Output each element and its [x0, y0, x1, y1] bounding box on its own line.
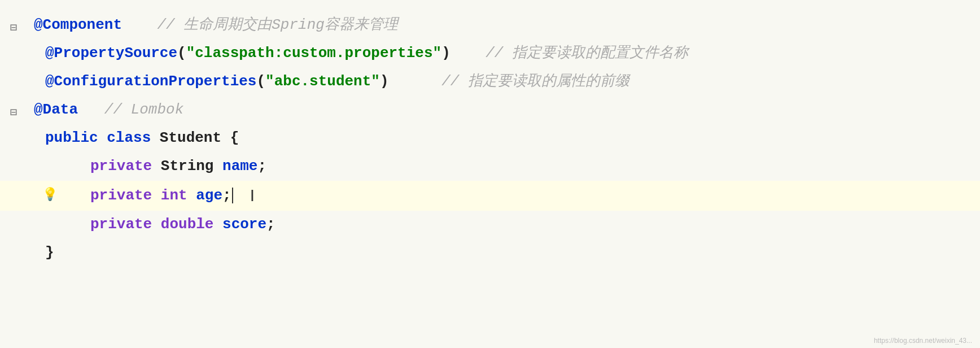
line-2: @PropertySource("classpath:custom.proper… — [0, 40, 980, 68]
semi-8: ; — [266, 212, 275, 238]
string-abc-student: "abc.student" — [265, 69, 380, 95]
field-score: score — [222, 212, 266, 238]
comment-data: // Lombok — [104, 97, 183, 123]
semi-6: ; — [257, 154, 266, 180]
kw-private-6: private — [90, 154, 152, 180]
editor-container: ⊟ @Component // 生命周期交由Spring容器来管理 @Prope… — [0, 0, 980, 348]
bulb-icon[interactable]: 💡 — [40, 185, 60, 206]
semi-7: ; — [222, 183, 231, 209]
line-8: private double score ; — [0, 211, 980, 239]
kw-private-7: private — [90, 183, 152, 209]
space-7b — [187, 183, 196, 209]
kw-double: double — [161, 212, 214, 238]
comment-component: // 生命周期交由Spring容器来管理 — [157, 12, 397, 38]
space-5a — [98, 125, 107, 151]
fold-icon-4[interactable]: ⊟ — [10, 103, 17, 123]
comment-propertysource: // 指定要读取的配置文件名称 — [485, 41, 688, 67]
space-8b — [213, 212, 222, 238]
fold-icon-1[interactable]: ⊟ — [10, 18, 17, 38]
code-block: ⊟ @Component // 生命周期交由Spring容器来管理 @Prope… — [0, 11, 980, 267]
type-string: String — [152, 154, 222, 180]
space-3 — [389, 69, 442, 95]
field-name: name — [222, 154, 257, 180]
i-beam-cursor: I — [250, 181, 255, 211]
kw-class: class — [107, 125, 151, 151]
line-9: } — [0, 239, 980, 267]
annotation-propertysource: @PropertySource — [45, 41, 177, 67]
classname-student: Student { — [151, 125, 239, 151]
kw-public: public — [45, 125, 98, 151]
paren-open-2: ( — [177, 41, 186, 67]
line-3: @ConfigurationProperties("abc.student") … — [0, 68, 980, 96]
paren-open-3: ( — [256, 69, 265, 95]
kw-int: int — [161, 183, 187, 209]
field-age: age — [196, 183, 222, 209]
annotation-configprops: @ConfigurationProperties — [45, 69, 256, 95]
annotation-data: @Data — [34, 97, 78, 123]
line-5: public class Student { — [0, 124, 980, 153]
paren-close-2: ) — [441, 41, 450, 67]
closing-brace: } — [45, 240, 54, 266]
space-2 — [450, 41, 485, 67]
annotation-component: @Component — [34, 12, 122, 38]
text-cursor — [232, 188, 233, 203]
line-1: ⊟ @Component // 生命周期交由Spring容器来管理 — [0, 11, 980, 40]
space-1 — [122, 12, 157, 38]
line-4: ⊟ C @Data // Lombok — [0, 96, 980, 124]
line-7: 💡 private int age ; I — [0, 181, 980, 211]
space-4 — [78, 97, 104, 123]
paren-close-3: ) — [380, 69, 389, 95]
kw-private-8: private — [90, 212, 152, 238]
comment-configprops: // 指定要读取的属性的前缀 — [441, 69, 629, 95]
space-7a — [152, 183, 161, 209]
space-8a — [152, 212, 161, 238]
string-classpath: "classpath:custom.properties" — [186, 41, 441, 67]
line-6: private String name ; — [0, 153, 980, 181]
watermark: https://blog.csdn.net/weixin_43... — [874, 337, 972, 345]
